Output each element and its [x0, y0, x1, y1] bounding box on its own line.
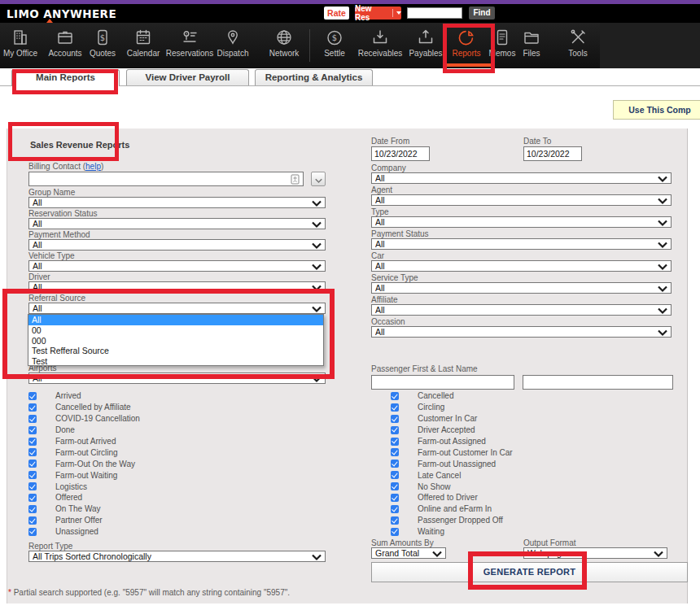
- status-checkbox-row[interactable]: Farm-Out On the Way: [28, 458, 140, 469]
- checkbox-checked-icon[interactable]: [28, 482, 37, 490]
- field-label: Occasion: [371, 317, 672, 326]
- status-checkbox-row[interactable]: Waiting: [391, 526, 513, 538]
- checkbox-checked-icon[interactable]: [391, 460, 399, 468]
- status-checkbox-row[interactable]: Passenger Dropped Off: [391, 515, 513, 526]
- billing-contact-dropdown-button[interactable]: [311, 172, 326, 186]
- generate-report-button[interactable]: GENERATE REPORT: [371, 562, 688, 582]
- status-checkbox-row[interactable]: Partner Offer: [28, 515, 140, 526]
- output-format-select[interactable]: Web page: [523, 547, 667, 559]
- status-checkbox-row[interactable]: Farm-out Customer In Car: [391, 447, 513, 458]
- help-link[interactable]: help: [85, 162, 101, 171]
- tab-view-driver-payroll[interactable]: View Driver Payroll: [126, 69, 249, 85]
- status-checkbox-row[interactable]: Farm-out Arrived: [28, 436, 140, 447]
- status-checkbox-row[interactable]: Circling: [391, 402, 513, 413]
- checkbox-checked-icon[interactable]: [28, 448, 37, 456]
- sum-amounts-by-select[interactable]: Grand Total: [371, 547, 446, 559]
- dropdown-option-selected[interactable]: All: [28, 315, 323, 325]
- status-label: Offered: [55, 493, 82, 502]
- billing-contact-input[interactable]: [28, 172, 304, 186]
- new-res-button[interactable]: New Res: [355, 7, 401, 20]
- checkbox-checked-icon[interactable]: [28, 516, 37, 525]
- status-checkbox-row[interactable]: Farm-out Unassigned: [391, 458, 513, 469]
- filter-select[interactable]: All: [371, 194, 672, 206]
- checkbox-checked-icon[interactable]: [28, 403, 37, 412]
- dropdown-option[interactable]: 000: [28, 336, 323, 346]
- use-this-company-button[interactable]: Use This Comp: [613, 100, 700, 120]
- status-checkbox-row[interactable]: On The Way: [28, 503, 140, 515]
- checkbox-checked-icon[interactable]: [391, 415, 399, 423]
- status-checkbox-row[interactable]: Farm-out Waiting: [28, 469, 140, 481]
- status-checkbox-row[interactable]: COVID-19 Cancellation: [28, 413, 140, 425]
- checkbox-checked-icon[interactable]: [28, 528, 37, 536]
- date-to-input[interactable]: [523, 146, 582, 161]
- checkbox-checked-icon[interactable]: [391, 516, 399, 525]
- checkbox-checked-icon[interactable]: [28, 471, 37, 479]
- checkbox-checked-icon[interactable]: [28, 494, 37, 502]
- filter-select[interactable]: All: [28, 197, 326, 208]
- tab-reporting-analytics[interactable]: Reporting & Analytics: [255, 69, 373, 85]
- report-type-select[interactable]: All Trips Sorted Chronologically: [28, 551, 326, 562]
- filter-select[interactable]: All: [28, 260, 326, 272]
- status-checkbox-row[interactable]: Customer In Car: [391, 413, 513, 425]
- checkbox-checked-icon[interactable]: [391, 392, 399, 400]
- checkbox-checked-icon[interactable]: [391, 438, 399, 446]
- checkbox-checked-icon[interactable]: [28, 392, 37, 400]
- checkbox-checked-icon[interactable]: [28, 426, 37, 434]
- status-checkbox-row[interactable]: Farm-out Assigned: [391, 436, 513, 447]
- checkbox-checked-icon[interactable]: [391, 403, 399, 412]
- map-pin-icon: [223, 28, 243, 47]
- filter-select[interactable]: All: [371, 326, 672, 338]
- dropdown-option[interactable]: Test Refferal Source: [28, 346, 323, 356]
- checkbox-checked-icon[interactable]: [391, 482, 399, 490]
- filter-select[interactable]: All: [28, 218, 326, 229]
- checkbox-checked-icon[interactable]: [391, 505, 399, 513]
- status-checkbox-row[interactable]: Offered to Driver: [391, 492, 513, 503]
- airports-select[interactable]: All: [28, 373, 326, 384]
- dropdown-option[interactable]: Test: [28, 356, 323, 367]
- status-checkbox-row[interactable]: Cancelled: [391, 390, 513, 402]
- dropdown-option[interactable]: 00: [28, 325, 323, 336]
- passenger-last-name-input[interactable]: [523, 375, 673, 390]
- find-button[interactable]: Find: [469, 7, 495, 20]
- status-checkbox-row[interactable]: Arrived: [28, 390, 140, 402]
- status-checkbox-row[interactable]: Online and eFarm In: [391, 503, 513, 515]
- filter-select[interactable]: All: [371, 238, 672, 250]
- checkbox-checked-icon[interactable]: [28, 460, 37, 468]
- checkbox-checked-icon[interactable]: [28, 415, 37, 423]
- checkbox-checked-icon[interactable]: [28, 505, 37, 513]
- toolbar-item-tools[interactable]: Tools: [543, 28, 613, 58]
- status-label: Online and eFarm In: [418, 504, 492, 513]
- filter-select[interactable]: All: [371, 260, 672, 272]
- field-label: Sum Amounts By: [371, 538, 446, 547]
- date-from-input[interactable]: [371, 146, 430, 161]
- status-checkbox-row[interactable]: Cancelled by Affiliate: [28, 402, 140, 413]
- search-input[interactable]: [407, 7, 462, 19]
- status-checkbox-row[interactable]: Late Cancel: [391, 469, 513, 481]
- status-checkbox-row[interactable]: Farm-out Circling: [28, 447, 140, 458]
- checkbox-checked-icon[interactable]: [391, 471, 399, 479]
- status-checkbox-row[interactable]: No Show: [391, 481, 513, 492]
- filter-select[interactable]: All: [371, 216, 672, 228]
- filter-select[interactable]: All: [28, 281, 326, 293]
- chevron-down-icon: [658, 264, 667, 271]
- status-checkbox-row[interactable]: Unassigned: [28, 526, 140, 538]
- status-checkbox-row[interactable]: Offered: [28, 492, 140, 503]
- checkbox-checked-icon[interactable]: [391, 448, 399, 456]
- checkbox-checked-icon[interactable]: [391, 528, 399, 536]
- checkbox-checked-icon[interactable]: [391, 426, 399, 434]
- checkbox-checked-icon[interactable]: [391, 494, 399, 502]
- checkbox-checked-icon[interactable]: [28, 438, 37, 446]
- chevron-down-icon: [312, 242, 322, 250]
- filter-select[interactable]: All: [28, 239, 326, 251]
- chevron-down-icon[interactable]: [396, 11, 401, 15]
- referral-source-select[interactable]: All: [28, 303, 326, 314]
- filter-select[interactable]: All: [371, 172, 672, 184]
- passenger-first-name-input[interactable]: [371, 375, 514, 390]
- status-checkbox-row[interactable]: Logistics: [28, 481, 140, 492]
- filter-select[interactable]: All: [371, 304, 672, 316]
- tab-main-reports[interactable]: Main Reports: [11, 69, 120, 86]
- status-checkbox-row[interactable]: Driver Accepted: [391, 425, 513, 436]
- rate-button[interactable]: Rate: [324, 7, 349, 20]
- filter-select[interactable]: All: [371, 282, 672, 294]
- status-checkbox-row[interactable]: Done: [28, 425, 140, 436]
